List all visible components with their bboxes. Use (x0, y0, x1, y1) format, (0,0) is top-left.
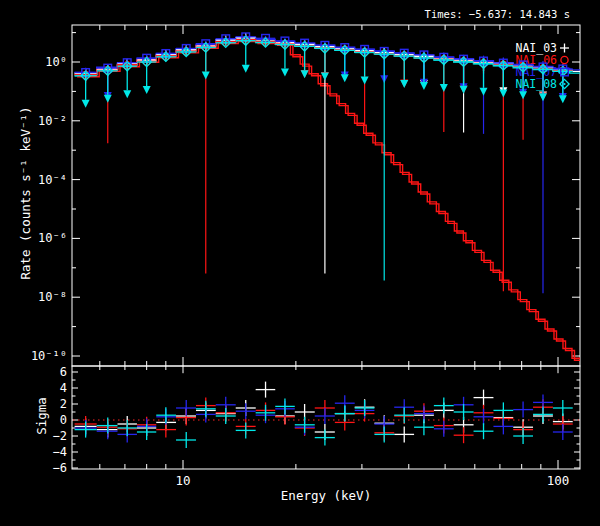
svg-text:−6: −6 (53, 461, 67, 475)
xspec-plot-window: Times: −5.637: 14.843 s Energy (keV) Rat… (0, 0, 600, 526)
svg-text:4: 4 (60, 381, 67, 395)
legend-symbols (560, 44, 569, 89)
svg-text:10⁻⁸: 10⁻⁸ (38, 290, 67, 304)
svg-text:100: 100 (547, 473, 570, 488)
svg-text:10⁻⁶: 10⁻⁶ (38, 231, 67, 245)
data-points-NAI_08 (75, 36, 573, 280)
svg-text:2: 2 (60, 397, 67, 411)
data-points-NAI_03 (75, 33, 573, 273)
svg-text:−2: −2 (53, 429, 67, 443)
svg-text:10⁻¹⁰: 10⁻¹⁰ (31, 349, 67, 363)
times-label: Times: −5.637: 14.843 s (425, 8, 570, 20)
x-axis-label: Energy (keV) (281, 488, 371, 503)
y-axis-label-sigma: Sigma (34, 397, 49, 435)
svg-text:10: 10 (175, 473, 190, 488)
residuals-NAI_08 (75, 398, 573, 448)
residuals-NAI_03 (75, 382, 573, 443)
svg-text:10⁻⁴: 10⁻⁴ (38, 173, 67, 187)
svg-text:10⁰: 10⁰ (45, 55, 67, 69)
y-axis-label-rate: Rate (counts s⁻¹ keV⁻¹) (18, 106, 33, 279)
svg-text:0: 0 (60, 413, 67, 427)
spectrum-plot-canvas: Times: −5.637: 14.843 s Energy (keV) Rat… (0, 0, 600, 526)
svg-text:10⁻²: 10⁻² (38, 114, 67, 128)
svg-text:−4: −4 (53, 445, 67, 459)
svg-text:6: 6 (60, 365, 67, 379)
